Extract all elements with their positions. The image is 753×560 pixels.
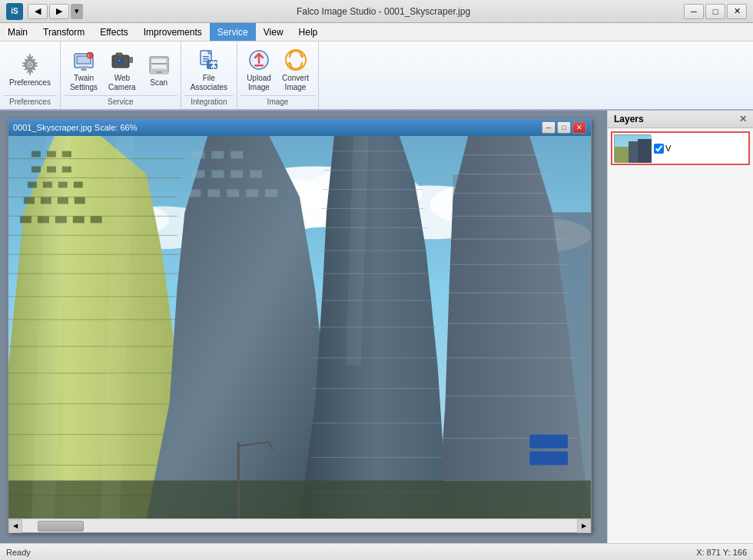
canvas-area: 0001_Skyscraper.jpg Scale: 66% ─ □ ✕ bbox=[0, 111, 607, 543]
menu-main[interactable]: Main bbox=[0, 23, 35, 41]
doc-close-button[interactable]: ✕ bbox=[572, 121, 586, 134]
menu-transform[interactable]: Transform bbox=[35, 23, 92, 41]
doc-minimize-button[interactable]: ─ bbox=[542, 121, 556, 134]
group-label-image: Image bbox=[240, 95, 315, 108]
preferences-button[interactable]: Preferences bbox=[5, 46, 55, 94]
menu-improvements[interactable]: Improvements bbox=[136, 23, 210, 41]
status-coords: X: 871 Y: 166 bbox=[696, 548, 747, 557]
svg-rect-112 bbox=[8, 480, 591, 519]
svg-rect-81 bbox=[188, 189, 201, 197]
scan-button[interactable]: Scan bbox=[142, 46, 176, 94]
upload-icon bbox=[247, 48, 271, 72]
group-label-preferences: Preferences bbox=[3, 95, 57, 108]
group-label-integration: Integration bbox=[184, 95, 234, 108]
toolbar-group-service-items: ! TwainSettings Web bbox=[64, 43, 177, 95]
svg-rect-83 bbox=[227, 189, 239, 197]
svg-rect-50 bbox=[24, 197, 35, 204]
twain-settings-button[interactable]: ! TwainSettings bbox=[65, 46, 102, 94]
layer-visibility: V bbox=[654, 144, 671, 154]
preferences-label: Preferences bbox=[9, 78, 51, 88]
svg-rect-74 bbox=[192, 151, 204, 159]
fileassoc-icon bbox=[197, 48, 221, 72]
app-logo: iS bbox=[6, 3, 23, 20]
document-controls: ─ □ ✕ bbox=[542, 121, 586, 134]
svg-rect-58 bbox=[91, 216, 102, 223]
redo-button[interactable]: ▶ bbox=[49, 4, 69, 19]
convert-label: ConvertImage bbox=[282, 74, 309, 92]
scroll-track[interactable] bbox=[22, 519, 577, 532]
doc-maximize-button[interactable]: □ bbox=[557, 121, 571, 134]
layers-title: Layers bbox=[614, 114, 644, 124]
scroll-right-arrow[interactable]: ▶ bbox=[577, 519, 591, 533]
svg-rect-84 bbox=[246, 189, 258, 197]
svg-rect-5 bbox=[79, 66, 88, 68]
scroll-left-arrow[interactable]: ◀ bbox=[8, 519, 22, 533]
menu-view[interactable]: View bbox=[256, 23, 291, 41]
toolbar-group-image: UploadImage ConvertImage Image bbox=[237, 41, 319, 109]
toolbar-group-image-items: UploadImage ConvertImage bbox=[240, 43, 315, 95]
layer-label: V bbox=[665, 144, 671, 153]
layers-panel: Layers ✕ bbox=[607, 111, 753, 543]
svg-rect-79 bbox=[231, 171, 243, 178]
minimize-button[interactable]: ─ bbox=[684, 4, 704, 19]
undo-button[interactable]: ◀ bbox=[28, 4, 48, 19]
svg-rect-43 bbox=[32, 167, 41, 173]
twain-icon: ! bbox=[71, 48, 96, 72]
svg-rect-120 bbox=[629, 141, 639, 163]
toolbar-group-integration: FileAssociates Integration bbox=[181, 41, 237, 109]
scroll-thumb[interactable] bbox=[38, 521, 84, 532]
svg-rect-23 bbox=[203, 61, 207, 62]
svg-rect-26 bbox=[254, 65, 264, 67]
window-controls: ─ □ ✕ bbox=[684, 4, 747, 19]
svg-rect-53 bbox=[75, 197, 85, 204]
fileassoc-label: FileAssociates bbox=[191, 74, 227, 92]
toolbar-group-preferences-items: Preferences bbox=[3, 43, 57, 95]
layers-content: V bbox=[608, 128, 753, 168]
webcam-label: WebCamera bbox=[108, 74, 136, 92]
document-content bbox=[8, 136, 591, 519]
layers-close-button[interactable]: ✕ bbox=[739, 114, 747, 124]
convert-icon bbox=[284, 48, 308, 72]
status-ready: Ready bbox=[6, 548, 31, 557]
svg-rect-13 bbox=[116, 53, 122, 56]
close-button[interactable]: ✕ bbox=[727, 4, 747, 19]
svg-rect-77 bbox=[192, 171, 204, 178]
svg-rect-17 bbox=[151, 63, 167, 65]
group-label-service: Service bbox=[64, 95, 177, 108]
menu-service[interactable]: Service bbox=[210, 23, 256, 41]
svg-rect-76 bbox=[231, 151, 243, 159]
toolbar-group-service: ! TwainSettings Web bbox=[61, 41, 181, 109]
layers-header: Layers ✕ bbox=[608, 111, 753, 128]
svg-rect-117 bbox=[529, 452, 568, 466]
svg-rect-121 bbox=[638, 139, 652, 163]
svg-rect-82 bbox=[207, 189, 220, 197]
scan-icon bbox=[147, 52, 171, 77]
svg-point-12 bbox=[119, 60, 121, 61]
toolbar: Preferences Preferences ! TwainSettin bbox=[0, 41, 753, 111]
maximize-button[interactable]: □ bbox=[705, 4, 725, 19]
main-area: 0001_Skyscraper.jpg Scale: 66% ─ □ ✕ bbox=[0, 111, 753, 543]
menu-help[interactable]: Help bbox=[291, 23, 326, 41]
web-camera-button[interactable]: WebCamera bbox=[104, 46, 141, 94]
svg-point-2 bbox=[28, 62, 32, 67]
upload-label: UploadImage bbox=[247, 74, 271, 92]
convert-image-button[interactable]: ConvertImage bbox=[277, 46, 313, 94]
menu-effects[interactable]: Effects bbox=[92, 23, 135, 41]
layer-item[interactable]: V bbox=[611, 131, 750, 165]
svg-text:!: ! bbox=[88, 54, 89, 58]
svg-rect-19 bbox=[156, 71, 162, 73]
horizontal-scrollbar[interactable]: ◀ ▶ bbox=[8, 519, 591, 532]
svg-rect-22 bbox=[203, 58, 209, 60]
svg-rect-54 bbox=[20, 216, 32, 223]
svg-point-27 bbox=[286, 50, 306, 70]
svg-rect-119 bbox=[615, 147, 630, 163]
title-text: Falco Image Studio - 0001_Skyscraper.jpg bbox=[83, 6, 684, 17]
twain-label: TwainSettings bbox=[70, 74, 98, 92]
upload-image-button[interactable]: UploadImage bbox=[242, 46, 276, 94]
file-associates-button[interactable]: FileAssociates bbox=[186, 46, 232, 94]
svg-rect-49 bbox=[74, 182, 83, 188]
layer-visible-checkbox[interactable] bbox=[654, 144, 664, 154]
layer-thumbnail bbox=[614, 134, 651, 162]
svg-rect-14 bbox=[129, 57, 133, 63]
status-bar: Ready X: 871 Y: 166 bbox=[0, 543, 753, 560]
